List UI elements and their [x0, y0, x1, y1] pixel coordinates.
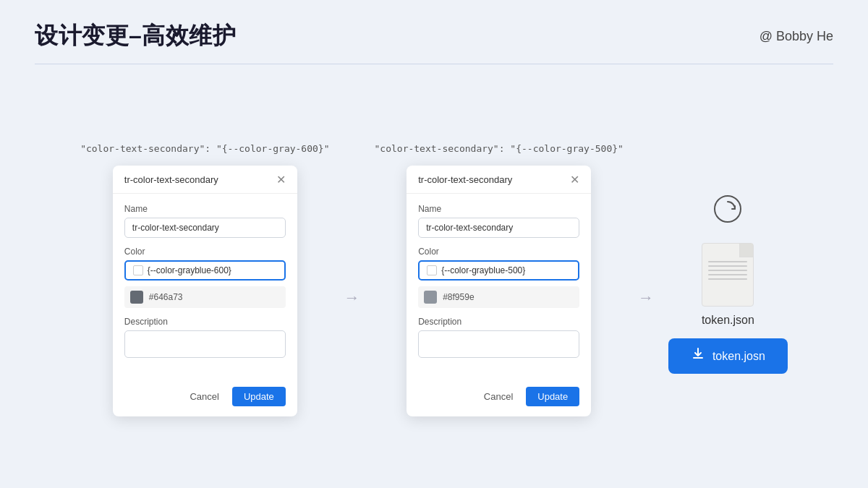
after-color-hex: #8f959e — [443, 292, 474, 302]
after-update-button[interactable]: Update — [526, 387, 579, 406]
refresh-icon — [711, 192, 744, 226]
after-color-swatch-large — [424, 291, 437, 304]
refresh-icon-area — [711, 192, 744, 228]
download-icon — [691, 347, 705, 365]
svg-point-0 — [715, 196, 741, 222]
before-panel-wrapper: "color-text-secondary": "{--color-gray-6… — [80, 143, 329, 416]
header: 设计变更–高效维护 @ Bobby He — [0, 0, 868, 64]
before-color-label: Color — [124, 247, 286, 257]
main-content: "color-text-secondary": "{--color-gray-6… — [0, 64, 868, 480]
after-color-input-wrapper[interactable]: {--color-grayblue-500} — [418, 260, 579, 281]
before-cancel-button[interactable]: Cancel — [182, 387, 226, 406]
before-color-preview-row: #646a73 — [124, 286, 286, 308]
after-description-field-group: Description — [418, 317, 579, 361]
file-name-text: token.json — [702, 314, 754, 327]
arrow-1: → — [344, 288, 360, 307]
after-color-swatch-inline — [427, 265, 437, 275]
file-download-button[interactable]: token.josn — [668, 338, 788, 374]
page-title: 设计变更–高效维护 — [35, 20, 236, 52]
file-section: token.json token.josn — [668, 192, 788, 374]
before-name-label: Name — [124, 204, 286, 214]
after-description-label: Description — [418, 317, 579, 327]
after-name-label: Name — [418, 204, 579, 214]
before-name-field-group: Name — [124, 204, 286, 238]
before-dialog-body: Name Color {--color-grayblue-600} #646a7… — [113, 194, 297, 381]
after-description-input[interactable] — [418, 330, 579, 358]
after-dialog-header: tr-color-text-secondary ✕ — [407, 166, 591, 194]
after-dialog-card: tr-color-text-secondary ✕ Name Color {--… — [407, 166, 591, 416]
file-line — [708, 274, 747, 275]
before-update-button[interactable]: Update — [232, 387, 286, 406]
after-cancel-button[interactable]: Cancel — [477, 387, 520, 406]
after-dialog-title: tr-color-text-secondary — [418, 174, 512, 185]
after-color-label: Color — [418, 247, 579, 257]
before-color-hex: #646a73 — [149, 292, 183, 302]
after-panel-wrapper: "color-text-secondary": "{--color-gray-5… — [375, 143, 624, 416]
before-color-input-wrapper[interactable]: {--color-grayblue-600} — [124, 260, 286, 281]
before-dialog-card: tr-color-text-secondary ✕ Name Color {--… — [113, 166, 297, 416]
before-description-label: Description — [124, 317, 286, 327]
before-color-swatch-inline — [133, 265, 143, 275]
file-line — [708, 261, 747, 262]
before-color-field-group: Color {--color-grayblue-600} #646a73 — [124, 247, 286, 308]
arrow-2: → — [638, 288, 654, 307]
before-dialog-footer: Cancel Update — [113, 381, 297, 416]
before-dialog-header: tr-color-text-secondary ✕ — [113, 166, 297, 194]
user-info: @ Bobby He — [760, 29, 833, 44]
before-description-input[interactable] — [124, 330, 286, 358]
file-line — [708, 278, 747, 280]
after-close-button[interactable]: ✕ — [570, 174, 579, 186]
after-name-field-group: Name — [418, 204, 579, 238]
after-name-input[interactable] — [418, 218, 579, 238]
file-download-label: token.josn — [712, 350, 765, 363]
after-color-preview-row: #8f959e — [418, 286, 579, 308]
after-color-field-group: Color {--color-grayblue-500} #8f959e — [418, 247, 579, 308]
before-close-button[interactable]: ✕ — [276, 174, 286, 186]
after-color-value: {--color-grayblue-500} — [441, 265, 525, 275]
file-paper — [702, 243, 754, 307]
before-color-swatch-large — [130, 291, 143, 304]
after-dialog-footer: Cancel Update — [407, 381, 591, 416]
file-line — [708, 270, 747, 271]
file-line — [708, 265, 747, 267]
after-dialog-body: Name Color {--color-grayblue-500} #8f959… — [407, 194, 591, 381]
file-icon-area: token.json — [702, 243, 754, 327]
file-image — [702, 243, 754, 307]
before-panel-label: "color-text-secondary": "{--color-gray-6… — [80, 143, 329, 154]
after-panel-label: "color-text-secondary": "{--color-gray-5… — [375, 143, 624, 154]
file-lines — [708, 261, 747, 283]
before-name-input[interactable] — [124, 218, 286, 238]
before-color-value: {--color-grayblue-600} — [148, 265, 231, 275]
before-dialog-title: tr-color-text-secondary — [124, 174, 218, 185]
before-description-field-group: Description — [124, 317, 286, 361]
